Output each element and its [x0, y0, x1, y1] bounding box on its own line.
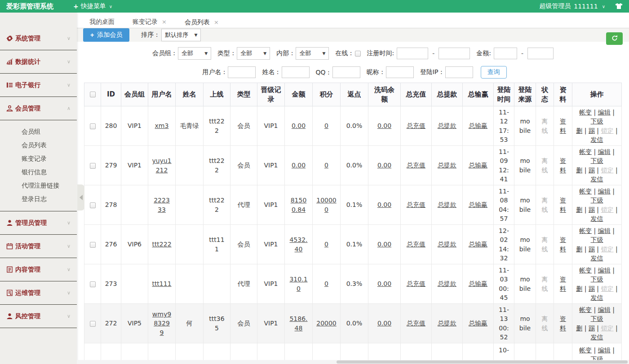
total-withdraw-link[interactable]: 总提款 [438, 320, 456, 327]
total-recharge-link[interactable]: 总充值 [407, 320, 425, 327]
total-withdraw-link[interactable]: 总提款 [438, 122, 456, 129]
close-icon[interactable]: × [162, 19, 167, 25]
op-send-message-link[interactable]: 发信 [591, 136, 603, 143]
op-account-change-link[interactable]: 帐变 [579, 227, 592, 234]
amount-link[interactable]: 4532.40 [289, 236, 307, 252]
total-recharge-link[interactable]: 总充值 [407, 201, 425, 208]
row-checkbox[interactable] [90, 123, 96, 129]
op-send-message-link[interactable]: 发信 [591, 254, 603, 262]
select-all-checkbox[interactable] [90, 92, 96, 97]
op-edit-link[interactable]: 编辑 [598, 346, 611, 354]
profile-link[interactable]: 资料 [560, 197, 566, 213]
regtime-from-input[interactable] [397, 48, 428, 59]
op-kick-link[interactable]: 踢 [589, 206, 595, 213]
sidebar-group[interactable]: 电子银行∨ [0, 74, 77, 97]
amount-from-input[interactable] [494, 48, 517, 59]
regtime-to-input[interactable] [439, 48, 470, 59]
tab-item[interactable]: 会员列表× [177, 16, 226, 28]
login-ip-input[interactable] [445, 66, 473, 78]
op-delete-link[interactable]: 删 [576, 325, 582, 332]
op-lock-link[interactable]: 锁定 [601, 127, 614, 134]
row-checkbox[interactable] [90, 242, 96, 248]
op-lock-link[interactable]: 锁定 [601, 167, 614, 174]
op-send-message-link[interactable]: 发信 [591, 175, 603, 183]
op-delete-link[interactable]: 删 [576, 285, 582, 292]
username-link[interactable]: 222333 [154, 197, 170, 213]
op-kick-link[interactable]: 踢 [589, 285, 595, 292]
total-recharge-link[interactable]: 总充值 [407, 162, 425, 169]
quick-menu-button[interactable]: + 快捷菜单 ∨ [73, 2, 112, 10]
op-account-change-link[interactable]: 帐变 [579, 346, 592, 354]
op-edit-link[interactable]: 编辑 [598, 267, 611, 274]
add-member-button[interactable]: + 添加会员 [83, 28, 129, 42]
tab-item[interactable]: 账变记录× [125, 16, 174, 28]
op-kick-link[interactable]: 踢 [589, 127, 595, 134]
amount-to-input[interactable] [527, 48, 554, 59]
op-subordinates-link[interactable]: 下级 [591, 197, 603, 204]
op-account-change-link[interactable]: 帐变 [579, 267, 592, 274]
op-lock-link[interactable]: 锁定 [601, 206, 614, 213]
profile-link[interactable]: 资料 [560, 276, 566, 292]
sidebar-group[interactable]: 数据统计∨ [0, 50, 77, 74]
op-account-change-link[interactable]: 帐变 [579, 148, 592, 155]
points-link[interactable]: 0 [324, 162, 328, 169]
name-input[interactable] [282, 66, 310, 78]
profile-link[interactable]: 资料 [560, 118, 566, 134]
amount-link[interactable]: 5186.48 [289, 315, 307, 331]
op-edit-link[interactable]: 编辑 [598, 227, 611, 234]
points-link[interactable]: 0 [324, 122, 328, 129]
horizontal-scrollbar[interactable] [77, 360, 629, 364]
online-checkbox[interactable] [355, 51, 361, 57]
close-icon[interactable]: × [214, 19, 219, 25]
username-link[interactable]: xm3 [155, 122, 169, 129]
tshirt-icon[interactable] [615, 3, 623, 9]
sidebar-group[interactable]: 运维管理∨ [0, 281, 77, 305]
tab-item[interactable]: 我的桌面 [82, 16, 122, 28]
op-edit-link[interactable]: 编辑 [598, 109, 611, 116]
internal-select[interactable]: 全部 ▼ [296, 47, 329, 60]
total-winloss-link[interactable]: 总输赢 [469, 280, 487, 287]
sidebar-group[interactable]: 会员管理∧ [0, 97, 77, 120]
amount-link[interactable]: 81500.84 [291, 197, 307, 213]
op-send-message-link[interactable]: 发信 [591, 333, 603, 341]
search-button[interactable]: 查询 [481, 66, 507, 79]
type-select[interactable]: 全部 ▼ [237, 47, 270, 60]
sort-select[interactable]: 默认排序 ▼ [161, 29, 201, 41]
row-checkbox[interactable] [90, 321, 96, 327]
total-withdraw-link[interactable]: 总提款 [438, 241, 456, 248]
nickname-input[interactable] [386, 66, 414, 78]
points-link[interactable]: 100000 [316, 197, 337, 213]
amount-link[interactable]: 0.00 [292, 162, 306, 169]
op-delete-link[interactable]: 删 [576, 127, 582, 134]
op-send-message-link[interactable]: 发信 [591, 294, 603, 301]
scrollbar-thumb[interactable] [337, 360, 628, 364]
wash-balance-link[interactable]: 0.00 [377, 162, 391, 169]
sidebar-subitem[interactable]: 登录日志 [0, 192, 77, 206]
total-withdraw-link[interactable]: 总提款 [438, 280, 456, 287]
profile-link[interactable]: 资料 [560, 236, 566, 252]
points-link[interactable]: 0 [324, 280, 328, 287]
op-edit-link[interactable]: 编辑 [598, 306, 611, 313]
op-account-change-link[interactable]: 帐变 [579, 109, 592, 116]
op-subordinates-link[interactable]: 下级 [591, 315, 603, 322]
sidebar-group[interactable]: 内容管理∨ [0, 258, 77, 281]
op-subordinates-link[interactable]: 下级 [591, 157, 603, 164]
username-link[interactable]: ttt222 [152, 241, 171, 248]
total-winloss-link[interactable]: 总输赢 [469, 122, 487, 129]
total-recharge-link[interactable]: 总充值 [407, 280, 425, 287]
op-kick-link[interactable]: 踢 [589, 167, 595, 174]
wash-balance-link[interactable]: 0.00 [377, 122, 391, 129]
profile-link[interactable]: 资料 [560, 157, 566, 173]
total-winloss-link[interactable]: 总输赢 [469, 320, 487, 327]
row-checkbox[interactable] [90, 163, 96, 169]
row-checkbox[interactable] [90, 202, 96, 208]
username-link[interactable]: wmy983299 [152, 311, 171, 336]
op-delete-link[interactable]: 删 [576, 167, 582, 174]
wash-balance-link[interactable]: 0.00 [377, 320, 391, 327]
op-edit-link[interactable]: 编辑 [598, 188, 611, 195]
sidebar-group[interactable]: 活动管理∨ [0, 235, 77, 258]
sidebar-group[interactable]: 管理员管理∨ [0, 211, 77, 235]
op-subordinates-link[interactable]: 下级 [591, 236, 603, 243]
user-menu[interactable]: 超级管理员 111111 ∨ [539, 2, 605, 10]
op-subordinates-link[interactable]: 下级 [591, 118, 603, 125]
